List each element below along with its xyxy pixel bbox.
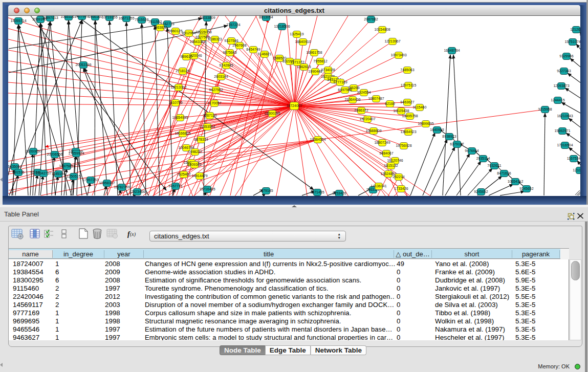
svg-text:6466160: 6466160 xyxy=(88,16,102,18)
svg-text:1527602: 1527602 xyxy=(75,16,89,18)
svg-text:1640953: 1640953 xyxy=(430,128,444,132)
svg-text:7955812: 7955812 xyxy=(313,59,327,63)
svg-text:10154808: 10154808 xyxy=(374,28,390,31)
svg-text:12213967: 12213967 xyxy=(384,39,400,43)
svg-text:14914479: 14914479 xyxy=(191,174,207,178)
svg-text:9884067: 9884067 xyxy=(379,151,393,155)
svg-text:1210363: 1210363 xyxy=(573,168,580,172)
svg-text:12923466: 12923466 xyxy=(129,190,145,193)
svg-text:6497568: 6497568 xyxy=(338,88,352,92)
svg-text:19756928: 19756928 xyxy=(396,144,411,147)
svg-text:252214: 252214 xyxy=(393,175,404,179)
svg-text:17359924: 17359924 xyxy=(68,151,84,155)
svg-text:10899695: 10899695 xyxy=(418,122,433,125)
svg-text:8912954: 8912954 xyxy=(182,31,195,35)
svg-text:10719155: 10719155 xyxy=(101,16,117,19)
svg-text:9327546: 9327546 xyxy=(224,39,238,42)
svg-text:1325419: 1325419 xyxy=(290,32,303,36)
svg-text:1371455: 1371455 xyxy=(310,190,324,194)
svg-text:7515526: 7515526 xyxy=(135,18,148,21)
svg-text:10543382: 10543382 xyxy=(189,40,205,43)
svg-text:16671355: 16671355 xyxy=(118,16,134,20)
svg-text:12093873: 12093873 xyxy=(553,84,569,87)
svg-text:12342737: 12342737 xyxy=(35,171,51,175)
svg-text:8813054: 8813054 xyxy=(259,16,273,19)
svg-text:18724007: 18724007 xyxy=(286,104,302,107)
svg-text:10973493: 10973493 xyxy=(390,53,406,57)
svg-text:1244415: 1244415 xyxy=(551,98,564,102)
svg-text:3024554: 3024554 xyxy=(357,91,371,94)
svg-text:2718126: 2718126 xyxy=(176,69,189,73)
svg-text:9777169: 9777169 xyxy=(333,80,347,84)
svg-text:19654935: 19654935 xyxy=(172,116,188,119)
svg-text:1362615: 1362615 xyxy=(297,65,311,69)
svg-text:1733426: 1733426 xyxy=(394,187,408,190)
svg-text:7625402: 7625402 xyxy=(177,172,190,176)
svg-text:20206556: 20206556 xyxy=(47,152,62,156)
svg-text:3215958: 3215958 xyxy=(538,107,552,111)
svg-text:8454749: 8454749 xyxy=(246,48,260,51)
svg-text:15716485: 15716485 xyxy=(199,187,215,191)
svg-text:1145194: 1145194 xyxy=(52,172,66,176)
svg-text:10025438: 10025438 xyxy=(393,109,409,113)
svg-text:1167534: 1167534 xyxy=(567,157,580,160)
svg-text:10653267: 10653267 xyxy=(60,16,76,18)
svg-text:1379145: 1379145 xyxy=(259,189,273,192)
svg-text:8186323: 8186323 xyxy=(208,37,222,41)
svg-text:16648784: 16648784 xyxy=(444,49,460,52)
svg-text:19166825: 19166825 xyxy=(175,132,190,135)
svg-text:2935114: 2935114 xyxy=(476,157,490,160)
svg-text:21364436: 21364436 xyxy=(344,98,360,101)
svg-text:20897013: 20897013 xyxy=(42,16,58,19)
svg-text:10807487: 10807487 xyxy=(368,97,384,100)
svg-text:9875645: 9875645 xyxy=(223,51,236,54)
svg-text:16120746: 16120746 xyxy=(387,159,403,162)
svg-text:18300295: 18300295 xyxy=(264,112,280,115)
svg-text:9329966: 9329966 xyxy=(559,54,573,58)
svg-text:6379197: 6379197 xyxy=(450,142,464,146)
svg-text:(x): (x) xyxy=(130,231,136,237)
svg-text:15692971: 15692971 xyxy=(554,129,570,133)
svg-text:13654923: 13654923 xyxy=(400,130,416,134)
svg-text:16782759: 16782759 xyxy=(114,185,129,189)
svg-text:391516: 391516 xyxy=(12,170,24,174)
svg-text:2967608: 2967608 xyxy=(232,43,246,47)
svg-text:8471676: 8471676 xyxy=(497,171,511,175)
svg-text:989610: 989610 xyxy=(180,55,192,58)
svg-text:9227343: 9227343 xyxy=(557,69,571,73)
svg-text:16640910: 16640910 xyxy=(295,40,311,43)
svg-text:9474444: 9474444 xyxy=(465,149,478,152)
svg-text:17957253: 17957253 xyxy=(82,178,98,182)
svg-text:12226058: 12226058 xyxy=(195,30,211,34)
svg-text:9115460: 9115460 xyxy=(413,105,427,109)
svg-text:15751074: 15751074 xyxy=(564,40,580,43)
svg-text:20053346: 20053346 xyxy=(75,63,91,67)
svg-text:2603144: 2603144 xyxy=(214,75,228,78)
svg-text:2986372: 2986372 xyxy=(354,108,368,112)
svg-text:7632621: 7632621 xyxy=(487,164,501,167)
svg-text:10688609: 10688609 xyxy=(365,129,381,133)
svg-text:1610755: 1610755 xyxy=(168,101,182,104)
svg-text:14136141: 14136141 xyxy=(371,184,386,188)
svg-text:10654112: 10654112 xyxy=(508,180,524,183)
svg-text:11353594: 11353594 xyxy=(200,125,215,128)
svg-text:9427552: 9427552 xyxy=(209,88,223,92)
svg-text:1498222: 1498222 xyxy=(188,150,202,154)
svg-text:13218506: 13218506 xyxy=(274,25,290,28)
svg-text:16961758: 16961758 xyxy=(306,51,322,54)
svg-text:19384554: 19384554 xyxy=(310,138,325,141)
svg-text:8938923: 8938923 xyxy=(442,135,456,138)
svg-text:10958167: 10958167 xyxy=(99,181,115,185)
svg-text:7485063: 7485063 xyxy=(400,68,414,72)
svg-text:26260650: 26260650 xyxy=(25,149,41,153)
svg-text:18807249: 18807249 xyxy=(374,141,390,144)
svg-text:7463822: 7463822 xyxy=(153,26,167,29)
svg-text:14055714: 14055714 xyxy=(10,19,26,23)
svg-text:7357224: 7357224 xyxy=(226,23,240,27)
svg-text:13495758: 13495758 xyxy=(402,114,418,118)
svg-text:9457771: 9457771 xyxy=(168,184,182,188)
svg-text:16210643: 16210643 xyxy=(557,114,573,118)
svg-text:3960125: 3960125 xyxy=(168,29,182,33)
svg-text:8878334: 8878334 xyxy=(194,138,208,141)
svg-text:1990448: 1990448 xyxy=(308,70,322,73)
